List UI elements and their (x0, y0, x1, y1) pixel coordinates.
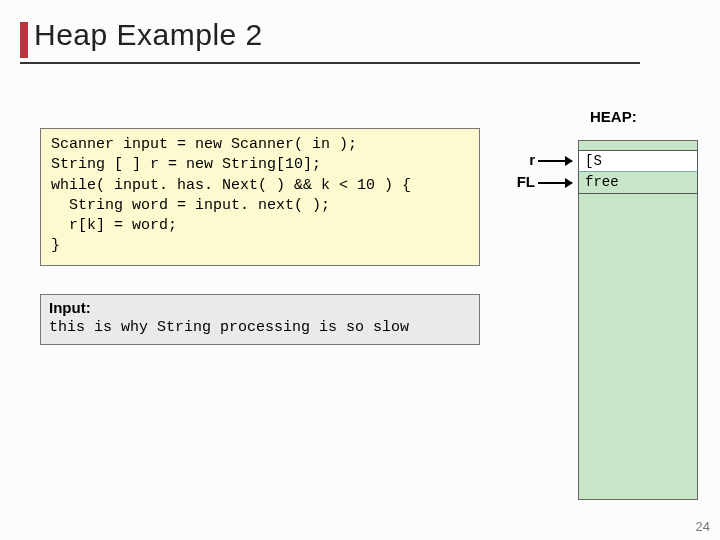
slide-title: Heap Example 2 (20, 18, 263, 52)
heap-column (578, 140, 698, 500)
heap-cell-free: free (578, 172, 698, 194)
pointer-label-fl: FL (510, 173, 535, 190)
title-block: Heap Example 2 (20, 18, 263, 52)
arrow-icon (538, 182, 572, 184)
code-listing: Scanner input = new Scanner( in ); Strin… (51, 135, 469, 257)
heap-cell-r: [S (578, 150, 698, 172)
pointer-label-r: r (515, 151, 535, 168)
arrow-icon (538, 160, 572, 162)
input-box: Input: this is why String processing is … (40, 294, 480, 345)
page-number: 24 (696, 519, 710, 534)
slide: Heap Example 2 Scanner input = new Scann… (0, 0, 720, 540)
code-box: Scanner input = new Scanner( in ); Strin… (40, 128, 480, 266)
input-text: this is why String processing is so slow (49, 319, 409, 336)
title-accent-bar (20, 22, 28, 58)
title-underline (20, 62, 640, 64)
heap-heading: HEAP: (590, 108, 637, 125)
input-label: Input: (49, 299, 91, 316)
